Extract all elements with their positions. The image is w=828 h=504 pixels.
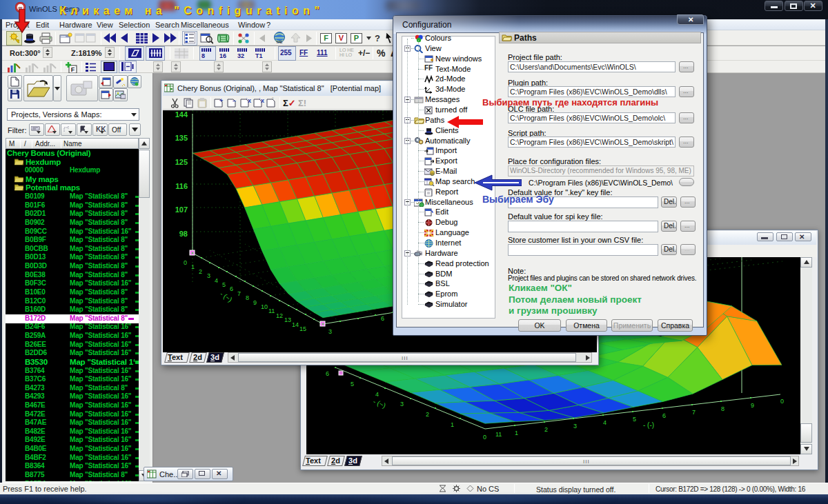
svg-text:10: 10 [261, 303, 268, 310]
svg-text:12: 12 [276, 312, 283, 319]
svg-text:9: 9 [253, 299, 257, 306]
svg-text:1: 1 [451, 421, 454, 428]
svg-text:8: 8 [246, 294, 249, 301]
svg-text:135: 135 [175, 134, 188, 142]
svg-text:6: 6 [662, 412, 666, 419]
svg-text:1: 1 [191, 263, 195, 270]
svg-text:144: 144 [175, 110, 188, 119]
svg-text:14: 14 [292, 321, 299, 328]
svg-text:15: 15 [299, 325, 306, 332]
svg-text:5: 5 [222, 281, 226, 288]
svg-text:@: @ [430, 172, 434, 176]
svg-text:3: 3 [573, 423, 577, 430]
svg-text:2: 2 [544, 426, 548, 433]
svg-text:4: 4 [375, 391, 379, 398]
svg-text:3: 3 [207, 272, 210, 279]
svg-text:ME: ME [277, 40, 283, 44]
svg-text:4: 4 [215, 277, 218, 284]
svg-text:3: 3 [400, 401, 404, 407]
svg-text:6: 6 [381, 315, 384, 322]
svg-text:5: 5 [633, 416, 636, 423]
svg-text:- (~): - (~) [372, 398, 386, 410]
svg-text:0: 0 [483, 434, 486, 441]
svg-text:7: 7 [237, 290, 241, 297]
svg-text:9: 9 [751, 402, 754, 409]
svg-text:0: 0 [780, 398, 784, 405]
svg-text:107: 107 [175, 205, 188, 214]
svg-text:1: 1 [515, 430, 518, 436]
svg-text:4: 4 [603, 419, 607, 426]
svg-text:2: 2 [199, 268, 202, 275]
svg-text:- (-): - (-) [643, 421, 654, 429]
svg-text:6: 6 [230, 285, 233, 292]
svg-text:3: 3 [328, 328, 332, 335]
svg-text:13: 13 [284, 316, 291, 323]
svg-text:F: F [71, 66, 75, 73]
svg-text:125: 125 [175, 158, 188, 166]
svg-text:8: 8 [721, 405, 724, 412]
svg-text:98: 98 [179, 230, 188, 238]
svg-text:5: 5 [351, 381, 354, 387]
svg-text:11: 11 [268, 308, 275, 314]
svg-text:6: 6 [326, 370, 329, 377]
svg-text:2: 2 [426, 411, 429, 418]
svg-text:11: 11 [495, 431, 502, 438]
svg-text:116: 116 [175, 182, 188, 190]
svg-text:7: 7 [692, 409, 696, 416]
svg-text:0: 0 [184, 259, 187, 266]
